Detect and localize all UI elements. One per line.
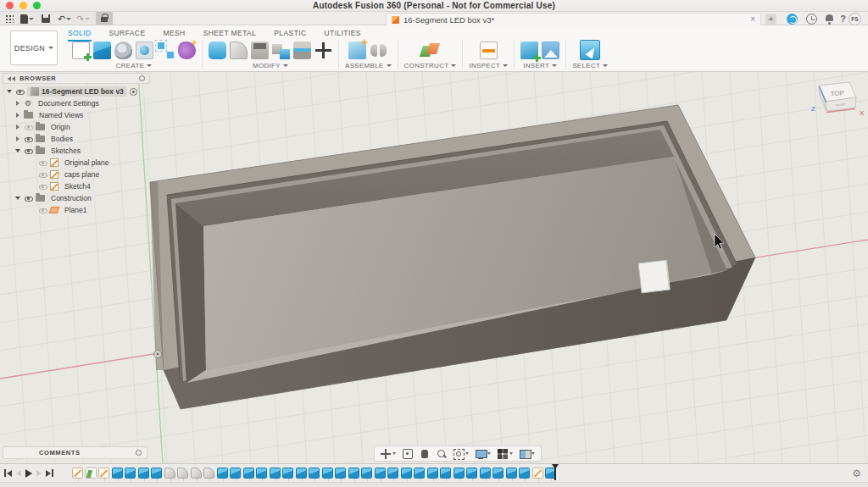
timeline-feature-extrude[interactable] <box>414 468 425 479</box>
browser-row-sketch4[interactable]: Sketch4 <box>3 180 150 192</box>
ribbon-group-label[interactable]: ASSEMBLE <box>345 62 392 69</box>
visibility-eye-icon[interactable] <box>24 124 33 131</box>
browser-row-sketches[interactable]: Sketches <box>3 145 150 157</box>
timeline-feature-extrude[interactable] <box>138 468 149 479</box>
timeline-feature-extrude[interactable] <box>125 468 136 479</box>
ribbon-group-label[interactable]: MODIFY <box>253 62 288 69</box>
collapse-panel-icon[interactable] <box>8 76 15 81</box>
timeline-feature-extrude[interactable] <box>453 468 465 479</box>
visibility-eye-icon[interactable] <box>24 136 33 143</box>
viewports-button[interactable] <box>517 446 537 461</box>
tree-expander-icon[interactable] <box>14 101 21 106</box>
timeline-feature-extrude[interactable] <box>387 468 398 479</box>
timeline-feature-extrude[interactable] <box>375 468 386 479</box>
timeline-feature-sketch[interactable] <box>98 468 109 479</box>
tree-expander-icon[interactable] <box>14 149 21 152</box>
joint-icon[interactable] <box>370 42 387 59</box>
timeline-feature-extrude[interactable] <box>151 468 162 479</box>
revolve-icon[interactable] <box>114 42 132 59</box>
redo-button[interactable]: ↷ <box>76 13 90 25</box>
view-cube[interactable]: TOP FRONT Z X <box>801 75 868 134</box>
timeline-feature-extrude[interactable] <box>217 468 228 479</box>
create-sketch-icon[interactable] <box>72 42 90 59</box>
timeline-feature-extrude[interactable] <box>361 468 372 479</box>
browser-row-plane1[interactable]: Plane1 <box>3 204 150 216</box>
undo-button[interactable]: ↶ <box>58 13 71 25</box>
browser-row-named-views[interactable]: Named Views <box>3 109 150 121</box>
timeline-playhead[interactable] <box>554 465 556 480</box>
timeline-feature-extrude[interactable] <box>243 468 254 479</box>
timeline-feature-extrude[interactable] <box>427 468 438 479</box>
shell-icon[interactable] <box>251 42 269 59</box>
move-icon[interactable] <box>314 42 332 59</box>
tree-expander-icon[interactable] <box>14 136 21 141</box>
clock-icon[interactable] <box>806 14 817 25</box>
timeline-feature-fillet[interactable] <box>164 468 175 479</box>
job-status-icon[interactable] <box>787 14 798 25</box>
timeline-feature-extrude[interactable] <box>112 468 123 479</box>
visibility-eye-icon[interactable] <box>38 171 47 179</box>
timeline-feature-extrude[interactable] <box>506 468 517 479</box>
timeline-settings-gear-icon[interactable]: ⚙ <box>852 468 861 479</box>
canvas-icon[interactable] <box>542 42 559 59</box>
timeline-feature-sketch[interactable] <box>532 468 543 479</box>
browser-header[interactable]: BROWSER <box>3 73 150 84</box>
timeline-feature-extrude[interactable] <box>492 468 504 479</box>
browser-row-bodies[interactable]: Bodies <box>3 133 150 145</box>
timeline-feature-extrude[interactable] <box>440 468 451 479</box>
tree-expander-icon[interactable] <box>14 125 21 130</box>
browser-row-construction[interactable]: Construction <box>3 192 150 204</box>
timeline-feature-extrude[interactable] <box>466 468 477 479</box>
timeline-feature-extrude[interactable] <box>230 468 241 479</box>
form-icon[interactable] <box>178 42 196 59</box>
pan-button[interactable] <box>417 446 432 461</box>
ribbon-group-label[interactable]: CREATE <box>116 62 153 69</box>
avatar[interactable]: FS <box>849 13 861 25</box>
browser-row-caps-plane[interactable]: caps plane <box>3 169 150 180</box>
construction-plane-icon[interactable] <box>421 42 439 59</box>
timeline-feature-extrude[interactable] <box>480 468 491 479</box>
visibility-eye-icon[interactable] <box>38 207 47 214</box>
pattern-icon[interactable] <box>157 42 175 59</box>
new-component-icon[interactable] <box>348 42 366 59</box>
look-at-button[interactable] <box>400 446 415 461</box>
timeline-feature-extrude[interactable] <box>270 468 281 479</box>
visibility-eye-icon[interactable] <box>38 183 47 191</box>
combine-icon[interactable] <box>272 42 290 59</box>
timeline-feature-extrude[interactable] <box>401 468 412 479</box>
measure-icon[interactable] <box>480 42 498 59</box>
timeline-feature-extrude[interactable] <box>296 468 307 479</box>
help-icon[interactable]: ? <box>837 14 849 25</box>
ribbon-group-label[interactable]: CONSTRUCT <box>404 62 457 69</box>
sweep-icon[interactable] <box>136 42 153 59</box>
grid-settings-button[interactable] <box>495 446 515 461</box>
comments-bar[interactable]: COMMENTS <box>3 446 147 459</box>
data-panel-button[interactable] <box>5 13 14 25</box>
panel-options-icon[interactable] <box>136 450 142 456</box>
orbit-button[interactable] <box>378 446 398 461</box>
timeline-feature-extrude[interactable] <box>348 468 359 479</box>
insert-mesh-icon[interactable] <box>520 42 538 59</box>
timeline-feature-extrude[interactable] <box>335 468 346 479</box>
split-icon[interactable] <box>293 42 311 59</box>
visibility-eye-icon[interactable] <box>24 195 33 202</box>
notifications-bell-icon[interactable] <box>824 14 835 25</box>
timeline-feature-fillet[interactable] <box>203 468 214 479</box>
browser-row-origin[interactable]: Origin <box>3 121 150 133</box>
tree-expander-icon[interactable] <box>6 90 13 93</box>
close-tab-icon[interactable]: × <box>750 15 755 24</box>
browser-row-original-plane[interactable]: Original plane <box>3 157 150 169</box>
timeline-feature-sketch[interactable] <box>72 468 83 479</box>
active-component-radio-icon[interactable] <box>130 88 137 96</box>
panel-options-icon[interactable] <box>139 75 145 81</box>
timeline-scroll-strip[interactable] <box>0 482 868 487</box>
visibility-eye-icon[interactable] <box>15 88 25 96</box>
home-tab-button[interactable] <box>96 12 113 25</box>
zoom-button[interactable] <box>434 446 449 461</box>
new-tab-button[interactable]: + <box>765 14 776 25</box>
display-settings-button[interactable] <box>473 446 493 461</box>
timeline-feature-fillet[interactable] <box>177 468 188 479</box>
press-pull-icon[interactable] <box>209 42 226 59</box>
tree-expander-icon[interactable] <box>14 113 21 118</box>
tree-expander-icon[interactable] <box>14 196 21 200</box>
